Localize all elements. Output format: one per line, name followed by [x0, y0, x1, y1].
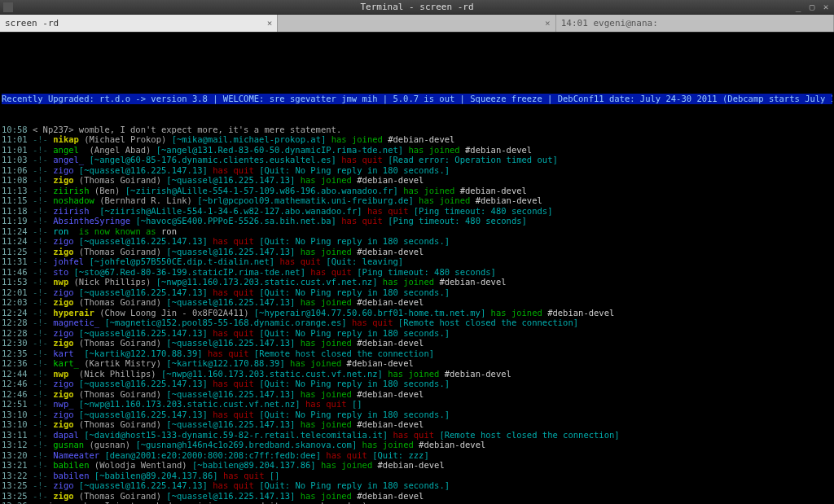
log-line: 12:35 -!- kart_ [~kartik@122.170.88.39] … — [2, 348, 832, 359]
window-titlebar: Terminal - screen -rd _ ▢ ✕ — [0, 0, 834, 15]
log-line: 10:58 < Np237> womble, I don't expect mo… — [2, 125, 832, 135]
log-line: 13:22 -!- babilen [~babilen@89.204.137.8… — [2, 471, 832, 481]
tab-2[interactable]: × — [278, 15, 555, 32]
log-line: 12:28 -!- magnetic_ [~magnetic@152.pool8… — [2, 318, 832, 328]
tab-screen[interactable]: screen -rd × — [0, 15, 278, 32]
tab-bar: screen -rd × × 14:01 evgeni@nana: — [0, 15, 834, 33]
log-line: 12:46 -!- zigo (Thomas Goirand) [~quasse… — [2, 389, 832, 400]
tab-3[interactable]: 14:01 evgeni@nana: — [556, 15, 834, 32]
log-line: 12:36 -!- kart_ (Kartik Mistry) [~kartik… — [2, 358, 832, 369]
window-title: Terminal - screen -rd — [360, 2, 473, 12]
log-line: 13:25 -!- zigo (Thomas Goirand) [~quasse… — [2, 491, 832, 502]
log-line: 13:12 -!- gusnan (gusnan) [~gusnan@h146n… — [2, 440, 832, 450]
log-line: 13:26 < zigo> pabs: I just worked on min… — [2, 501, 832, 504]
log-line: 12:46 -!- zigo [~quassel@116.225.147.13]… — [2, 379, 832, 389]
log-line: 13:10 -!- zigo [~quassel@116.225.147.13]… — [2, 410, 832, 420]
log-line: 11:24 -!- ron_ is now known as ron — [2, 226, 832, 237]
irc-log: 10:58 < Np237> womble, I don't expect mo… — [2, 125, 832, 505]
close-icon[interactable]: ✕ — [820, 2, 832, 13]
log-line: 13:20 -!- Nameeater [dean@2001:e20:2000:… — [2, 450, 832, 461]
log-line: 11:31 -!- johfel [~johfel@p57B550CE.dip.… — [2, 256, 832, 267]
log-line: 12:44 -!- nwp_ (Nick Phillips) [~nwp@11.… — [2, 369, 832, 379]
log-line: 11:06 -!- zigo [~quassel@116.225.147.13]… — [2, 165, 832, 176]
tab-label: screen -rd — [5, 18, 59, 28]
tab-close-icon[interactable]: × — [545, 18, 551, 28]
terminal-icon — [3, 2, 13, 12]
log-line: 12:51 -!- nwp_ [~nwp@11.160.173.203.stat… — [2, 399, 832, 410]
log-line: 12:24 -!- hyperair (Chow Loong Jin - 0x8… — [2, 308, 832, 318]
log-line: 11:01 -!- angel_ (Angel Abad) [~angel@13… — [2, 145, 832, 156]
log-line: 11:19 -!- AbsintheSyringe [~havoc@SE400.… — [2, 216, 832, 226]
log-line: 12:30 -!- zigo (Thomas Goirand) [~quasse… — [2, 338, 832, 348]
log-line: 11:15 -!- noshadow (Bernhard R. Link) [~… — [2, 195, 832, 206]
log-line: 11:18 -!- ziirish_ [~ziirish@ALille-554-… — [2, 206, 832, 217]
log-line: 11:24 -!- zigo [~quassel@116.225.147.13]… — [2, 236, 832, 247]
log-line: 11:08 -!- zigo (Thomas Goirand) [~quasse… — [2, 175, 832, 186]
minimize-icon[interactable]: _ — [792, 2, 804, 13]
log-line: 13:21 -!- babilen (Wolodja Wentland) [~b… — [2, 460, 832, 471]
log-line: 11:53 -!- nwp (Nick Phillips) [~nwp@11.1… — [2, 277, 832, 287]
channel-topic: Recently Upgraded: rt.d.o -> version 3.8… — [2, 94, 832, 104]
log-line: 11:13 -!- ziirish (Ben) [~ziirish@ALille… — [2, 186, 832, 196]
maximize-icon[interactable]: ▢ — [806, 2, 818, 13]
tab-close-icon[interactable]: × — [267, 18, 273, 28]
log-line: 11:25 -!- zigo (Thomas Goirand) [~quasse… — [2, 247, 832, 257]
log-line: 13:11 -!- dapal [~david@host15-133-dynam… — [2, 430, 832, 440]
tab-label: 14:01 evgeni@nana: — [561, 18, 658, 28]
log-line: 12:28 -!- zigo [~quassel@116.225.147.13]… — [2, 328, 832, 339]
log-line: 12:03 -!- zigo (Thomas Goirand) [~quasse… — [2, 297, 832, 308]
log-line: 12:01 -!- zigo [~quassel@116.225.147.13]… — [2, 287, 832, 298]
log-line: 11:01 -!- nikap (Michael Prokop) [~mika@… — [2, 134, 832, 145]
log-line: 11:46 -!- sto [~sto@67.Red-80-36-199.sta… — [2, 267, 832, 278]
log-line: 13:10 -!- zigo (Thomas Goirand) [~quasse… — [2, 419, 832, 430]
log-line: 11:03 -!- angel_ [~angel@60-85-176.dynam… — [2, 155, 832, 165]
log-line: 13:25 -!- zigo [~quassel@116.225.147.13]… — [2, 480, 832, 491]
terminal-content[interactable]: Think Recently Upgraded: rt.d.o -> versi… — [0, 33, 834, 504]
